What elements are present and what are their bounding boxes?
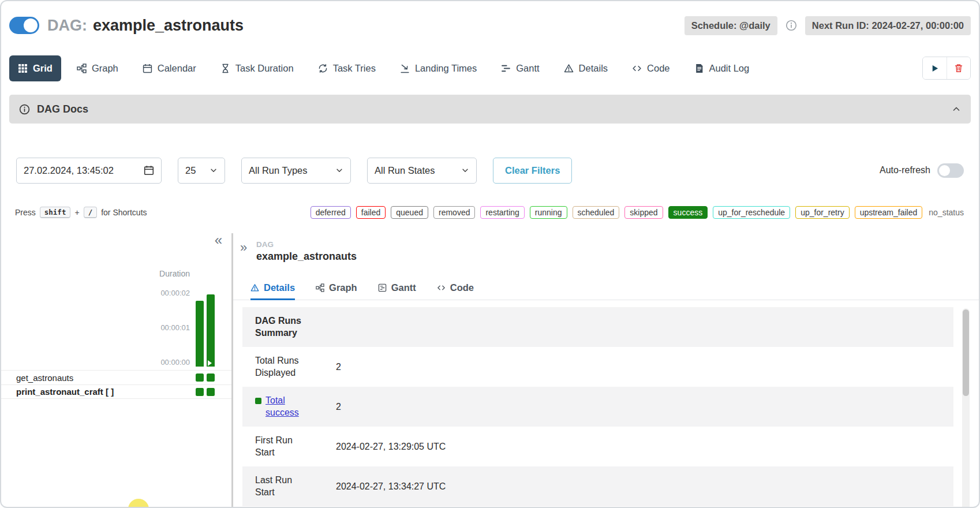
status-badge-deferred: deferred (311, 206, 351, 219)
run-types-select[interactable]: All Run Types (241, 158, 351, 184)
tab-label: Task Tries (333, 63, 376, 74)
chevron-down-icon (210, 166, 218, 174)
gantt-icon (501, 64, 511, 73)
duration-axis-label: Duration (159, 269, 190, 278)
shift-key: shift (40, 207, 71, 218)
task-name[interactable]: print_astronaut_craft [ ] (1, 387, 114, 397)
tab-label: Grid (33, 63, 53, 74)
y-axis-tick: 00:00:01 (160, 323, 190, 332)
status-badge-failed: failed (356, 206, 386, 219)
task-list: get_astronauts print_astronaut_craft [ ] (1, 370, 231, 399)
status-badge-queued: queued (391, 206, 428, 219)
table-row: Total Runs Displayed 2 (242, 347, 953, 387)
dag-docs-bar[interactable]: DAG Docs (9, 95, 971, 124)
scrollbar-thumb[interactable] (963, 309, 969, 396)
tab-grid[interactable]: Grid (9, 55, 61, 81)
tab-audit-log[interactable]: Audit Log (686, 55, 758, 81)
delete-dag-button[interactable] (947, 57, 970, 79)
status-badge-skipped: skipped (624, 206, 663, 219)
landing-icon (400, 64, 410, 73)
tab-label: Graph (329, 282, 357, 293)
y-axis-tick: 00:00:00 (160, 358, 190, 367)
details-panel: » DAG example_astronauts Details Graph G… (233, 233, 979, 508)
tab-code[interactable]: Code (623, 55, 678, 81)
task-instance-square[interactable] (196, 373, 204, 382)
status-badge-up-for-reschedule: up_for_reschedule (713, 206, 790, 219)
tab-label: Code (647, 63, 669, 74)
status-badge-success: success (668, 206, 708, 219)
graph-icon (77, 64, 87, 73)
airflow-dag-page: DAG: example_astronauts Schedule: @daily… (0, 0, 980, 508)
tab-task-duration[interactable]: Task Duration (212, 55, 302, 81)
legend-row: Press shift + / for Shortcuts deferred f… (1, 204, 979, 221)
detail-tab-details[interactable]: Details (250, 276, 295, 300)
task-row[interactable]: print_astronaut_craft [ ] (1, 384, 231, 399)
total-success-link[interactable]: Total success (265, 395, 313, 419)
status-badge-scheduled: scheduled (573, 206, 620, 219)
detail-tab-code[interactable]: Code (437, 276, 474, 300)
base-date-input[interactable]: 27.02.2024, 13:45:02 (16, 158, 162, 184)
detail-tab-gantt[interactable]: Gantt (378, 276, 416, 300)
success-square-icon (255, 398, 261, 404)
calendar-icon (144, 165, 154, 175)
task-row[interactable]: get_astronauts (1, 370, 231, 384)
dag-docs-title: DAG Docs (37, 103, 88, 115)
page-title: DAG: example_astronauts (47, 17, 244, 35)
chevron-down-icon (335, 166, 343, 174)
filters-bar: 27.02.2024, 13:45:02 25 All Run Types Al… (1, 157, 979, 184)
dag-run-bar[interactable] (196, 301, 204, 367)
auto-refresh-control: Auto-refresh (880, 163, 964, 178)
shortcuts-suffix: for Shortcuts (101, 208, 147, 217)
run-types-value: All Run Types (249, 165, 308, 176)
retry-icon (318, 64, 328, 73)
dag-actions (922, 57, 971, 80)
tab-gantt[interactable]: Gantt (492, 55, 548, 81)
tab-label: Audit Log (709, 63, 750, 74)
task-instance-square[interactable] (207, 388, 215, 396)
status-badge-running: running (530, 206, 567, 219)
status-legend: deferred failed queued removed restartin… (311, 206, 965, 219)
tab-landing-times[interactable]: Landing Times (391, 55, 485, 81)
warning-triangle-icon (250, 283, 259, 292)
dag-pause-toggle[interactable] (9, 17, 39, 34)
manual-run-icon (208, 360, 212, 366)
task-instance-square[interactable] (207, 373, 215, 382)
status-badge-up-for-retry: up_for_retry (795, 206, 849, 219)
table-row: Total success 2 (242, 387, 953, 427)
collapse-grid-button[interactable]: « (215, 233, 222, 247)
summary-title: DAG Runs Summary (242, 315, 324, 339)
details-scrollbar[interactable] (962, 308, 970, 508)
run-states-select[interactable]: All Run States (367, 158, 477, 184)
trash-icon (954, 64, 963, 73)
tab-details[interactable]: Details (555, 55, 616, 81)
toggle-knob (24, 18, 38, 32)
tab-task-tries[interactable]: Task Tries (309, 55, 384, 81)
row-label: First Run Start (242, 435, 324, 459)
code-icon (632, 64, 642, 73)
chevron-down-icon (461, 166, 469, 174)
auto-refresh-toggle[interactable] (937, 163, 964, 178)
schedule-info-button[interactable] (786, 20, 797, 31)
collapse-docs-button[interactable] (952, 104, 961, 114)
expand-details-button[interactable]: » (240, 241, 247, 254)
info-icon (19, 104, 30, 115)
clear-filters-button[interactable]: Clear Filters (493, 158, 572, 184)
hourglass-icon (220, 64, 230, 73)
tab-calendar[interactable]: Calendar (134, 55, 205, 81)
task-name[interactable]: get_astronauts (1, 373, 73, 383)
schedule-badge: Schedule: @daily (684, 16, 777, 35)
audit-log-icon (694, 64, 704, 73)
num-runs-select[interactable]: 25 (178, 158, 225, 184)
code-icon (437, 283, 446, 292)
trigger-dag-button[interactable] (923, 57, 947, 79)
tab-graph[interactable]: Graph (68, 55, 127, 81)
dag-run-bar[interactable] (207, 294, 215, 367)
gantt-icon (378, 283, 387, 292)
tab-label: Graph (92, 63, 118, 74)
selected-dag-name: example_astronauts (256, 251, 357, 263)
status-badge-no-status: no_status (927, 207, 965, 218)
detail-tab-graph[interactable]: Graph (316, 276, 357, 300)
task-instance-square[interactable] (196, 388, 204, 396)
num-runs-value: 25 (185, 165, 196, 176)
grid-icon (18, 64, 28, 73)
